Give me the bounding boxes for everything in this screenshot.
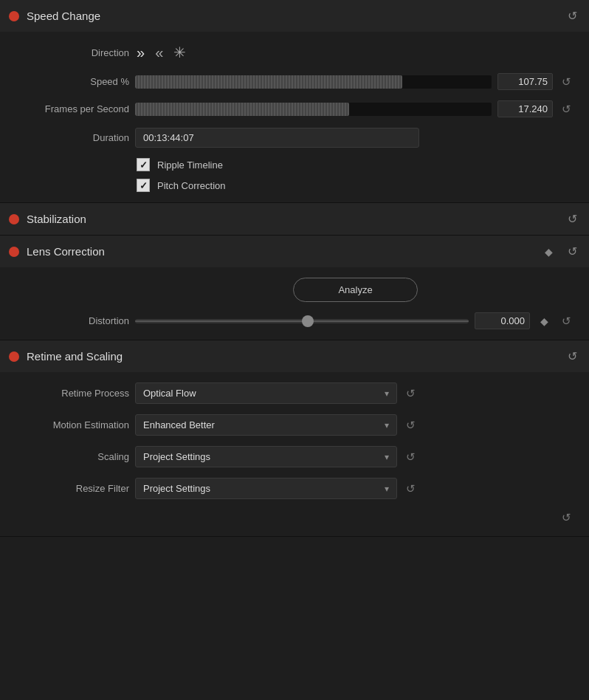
motion-estimation-dropdown[interactable]: Enhanced Better ▾: [135, 414, 397, 436]
speed-change-reset-btn[interactable]: ↺: [565, 7, 580, 24]
motion-estimation-row: Motion Estimation Enhanced Better ▾ ↺: [15, 414, 574, 436]
scaling-arrow: ▾: [385, 452, 389, 462]
direction-backward-btn[interactable]: «: [154, 43, 165, 63]
stabilization-panel: Stabilization ↺: [0, 203, 589, 236]
scaling-reset-btn[interactable]: ↺: [403, 449, 418, 465]
retime-process-label: Retime Process: [15, 388, 129, 399]
scaling-reset-icon: ↺: [406, 450, 416, 464]
retime-process-reset-btn[interactable]: ↺: [403, 385, 418, 402]
retime-process-reset-icon: ↺: [406, 387, 416, 400]
fps-input[interactable]: [497, 100, 553, 117]
direction-buttons: » « ✳: [135, 42, 187, 63]
distortion-diamond-icon: ◆: [540, 315, 548, 327]
motion-estimation-reset-btn[interactable]: ↺: [403, 417, 418, 433]
distortion-reset-btn[interactable]: ↺: [559, 313, 574, 329]
speed-change-panel: Speed Change ↺ Direction » « ✳ Speed %: [0, 0, 589, 203]
resize-filter-dropdown[interactable]: Project Settings ▾: [135, 478, 397, 499]
distortion-row: Distortion ◆ ↺: [15, 312, 574, 329]
scaling-row: Scaling Project Settings ▾ ↺: [15, 446, 574, 467]
lens-correction-panel: Lens Correction ◆ ↺ Analyze Distortion ◆: [0, 236, 589, 340]
speed-percent-reset-btn[interactable]: ↺: [559, 74, 574, 90]
motion-estimation-arrow: ▾: [385, 420, 389, 430]
scaling-dropdown[interactable]: Project Settings ▾: [135, 446, 397, 467]
distortion-slider-container: [135, 319, 469, 323]
resize-filter-reset-btn[interactable]: ↺: [403, 481, 418, 497]
analyze-row: Analyze: [15, 278, 574, 302]
speed-percent-input[interactable]: [497, 73, 553, 90]
speed-change-title: Speed Change: [27, 10, 557, 22]
distortion-reset-icon: ↺: [562, 315, 571, 328]
retime-scaling-panel: Retime and Scaling ↺ Retime Process Opti…: [0, 340, 589, 537]
stabilization-toggle[interactable]: [9, 214, 19, 224]
speed-percent-reset-icon: ↺: [562, 75, 571, 89]
distortion-label: Distortion: [15, 315, 129, 326]
speed-percent-slider-fill: [135, 75, 402, 89]
fps-reset-icon: ↺: [562, 103, 571, 116]
direction-freeze-btn[interactable]: ✳: [172, 42, 187, 63]
resize-filter-reset-icon: ↺: [406, 482, 416, 495]
retime-scaling-reset-btn[interactable]: ↺: [565, 348, 580, 365]
pitch-correction-checkbox[interactable]: [137, 179, 150, 192]
direction-label: Direction: [15, 47, 129, 58]
retime-scaling-header: Retime and Scaling ↺: [0, 340, 589, 372]
lens-correction-header: Lens Correction ◆ ↺: [0, 236, 589, 267]
resize-filter-arrow: ▾: [385, 484, 389, 494]
fps-reset-btn[interactable]: ↺: [559, 101, 574, 117]
scaling-label: Scaling: [15, 451, 129, 462]
lens-correction-content: Analyze Distortion ◆ ↺: [0, 267, 589, 340]
motion-estimation-value: Enhanced Better: [143, 419, 215, 430]
resize-filter-row: Resize Filter Project Settings ▾ ↺: [15, 478, 574, 499]
lens-correction-diamond-btn[interactable]: ◆: [540, 244, 557, 259]
distortion-input[interactable]: [475, 312, 530, 329]
speed-change-content: Direction » « ✳ Speed %: [0, 32, 589, 202]
resize-filter-value: Project Settings: [143, 483, 210, 494]
distortion-slider-track[interactable]: [135, 319, 469, 323]
speed-percent-row: Speed % ↺: [15, 73, 574, 90]
distortion-diamond-btn[interactable]: ◆: [536, 314, 553, 329]
motion-estimation-label: Motion Estimation: [15, 419, 129, 430]
fps-slider-fill: [135, 103, 349, 116]
ripple-timeline-checkbox[interactable]: [137, 158, 150, 171]
stabilization-title: Stabilization: [27, 213, 557, 225]
retime-scaling-content: Retime Process Optical Flow ▾ ↺ Motion E…: [0, 372, 589, 536]
speed-change-header: Speed Change ↺: [0, 0, 589, 32]
pitch-correction-label: Pitch Correction: [157, 180, 225, 191]
speed-percent-slider-track[interactable]: [135, 75, 492, 89]
analyze-button[interactable]: Analyze: [293, 278, 417, 302]
resize-filter-label: Resize Filter: [15, 483, 129, 494]
diamond-icon: ◆: [545, 246, 553, 258]
fps-slider-track[interactable]: [135, 103, 492, 116]
fps-slider-container: [135, 103, 492, 116]
distortion-slider-thumb[interactable]: [302, 315, 314, 327]
motion-estimation-reset-icon: ↺: [406, 419, 416, 432]
retime-scaling-reset-icon: ↺: [568, 349, 577, 363]
stabilization-reset-btn[interactable]: ↺: [565, 210, 580, 227]
retime-scaling-toggle[interactable]: [9, 351, 19, 362]
ripple-timeline-row: Ripple Timeline: [15, 158, 574, 171]
lens-correction-reset-btn[interactable]: ↺: [565, 243, 580, 260]
direction-forward-btn[interactable]: »: [135, 43, 146, 63]
retime-scaling-title: Retime and Scaling: [27, 350, 557, 363]
frames-per-second-label: Frames per Second: [15, 103, 129, 114]
bottom-reset-btn[interactable]: ↺: [559, 509, 574, 526]
duration-input[interactable]: [135, 128, 419, 148]
bottom-reset-icon: ↺: [562, 511, 571, 524]
speed-change-toggle[interactable]: [9, 11, 19, 21]
lens-correction-reset-icon: ↺: [568, 244, 577, 258]
retime-process-dropdown[interactable]: Optical Flow ▾: [135, 382, 397, 404]
retime-process-value: Optical Flow: [143, 388, 196, 399]
frames-per-second-row: Frames per Second ↺: [15, 100, 574, 117]
duration-row: Duration: [15, 128, 574, 148]
scaling-value: Project Settings: [143, 451, 210, 462]
stabilization-header: Stabilization ↺: [0, 203, 589, 235]
speed-percent-slider-container: [135, 75, 492, 89]
lens-correction-toggle[interactable]: [9, 247, 19, 257]
duration-label: Duration: [15, 132, 129, 143]
forward-icon: »: [137, 44, 145, 61]
stabilization-reset-icon: ↺: [568, 212, 577, 226]
backward-icon: «: [155, 44, 163, 61]
retime-process-row: Retime Process Optical Flow ▾ ↺: [15, 382, 574, 404]
freeze-icon: ✳: [173, 44, 186, 61]
direction-row: Direction » « ✳: [15, 42, 574, 63]
pitch-correction-row: Pitch Correction: [15, 179, 574, 192]
